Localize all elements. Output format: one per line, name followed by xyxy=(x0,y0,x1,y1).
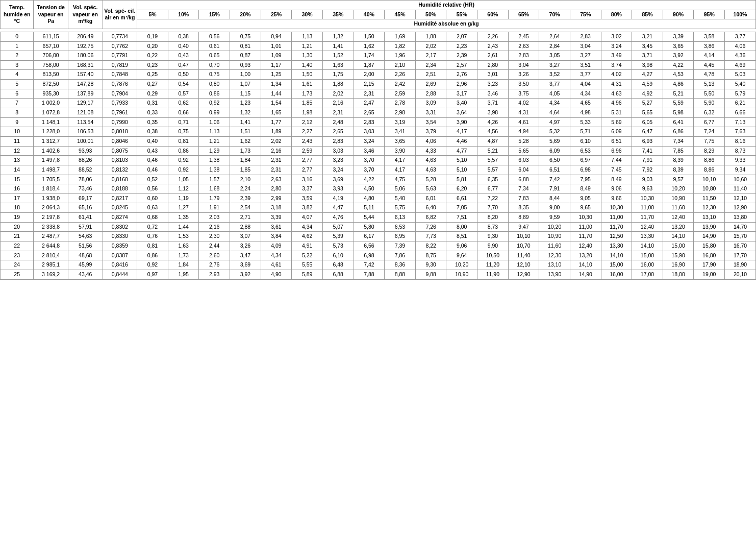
col-header-35pct: 35% xyxy=(322,10,354,19)
cell-val-18: 11,50 xyxy=(694,193,725,203)
table-row: 81 072,8121,080,79610,330,660,991,321,65… xyxy=(1,108,756,118)
cell-val-4: 3,18 xyxy=(261,203,292,213)
col-header-vol-vapeur: Vol. spéc. vapeur en m³/kg xyxy=(68,1,103,29)
cell-val-4: 3,39 xyxy=(261,213,292,223)
cell-val-9: 3,31 xyxy=(415,108,446,118)
cell-val-4: 2,63 xyxy=(261,175,292,184)
cell-val-2: 2,03 xyxy=(199,213,230,223)
cell-val-13: 3,52 xyxy=(539,70,570,80)
cell-val-0: 0,38 xyxy=(137,127,168,137)
cell-val-16: 3,71 xyxy=(632,51,663,61)
cell-val-7: 1,50 xyxy=(354,32,385,41)
cell-val-19: 11,40 xyxy=(725,184,756,194)
cell-val-18: 3,58 xyxy=(694,32,725,41)
cell-val-14: 7,95 xyxy=(570,175,601,184)
table-row: 151 705,578,060,81600,521,051,572,102,63… xyxy=(1,175,756,184)
cell-vol-air: 0,7904 xyxy=(103,89,137,99)
cell-val-18: 13,90 xyxy=(694,222,725,232)
cell-val-19: 4,06 xyxy=(725,41,756,51)
cell-vol-air: 0,8416 xyxy=(103,260,137,270)
cell-val-19: 17,70 xyxy=(725,251,756,260)
cell-val-18: 19,00 xyxy=(694,270,725,279)
cell-val-4: 1,01 xyxy=(261,41,292,51)
cell-val-16: 7,92 xyxy=(632,165,663,175)
cell-val-3: 3,07 xyxy=(230,232,261,241)
cell-val-0: 0,43 xyxy=(137,146,168,156)
cell-val-5: 5,22 xyxy=(292,251,323,260)
cell-val-8: 3,41 xyxy=(385,127,416,137)
cell-val-16: 16,00 xyxy=(632,260,663,270)
col-header-65pct: 65% xyxy=(508,10,539,19)
cell-val-17: 9,57 xyxy=(663,175,694,184)
cell-val-11: 4,26 xyxy=(477,117,509,127)
cell-val-1: 1,12 xyxy=(168,184,199,194)
cell-vol-air: 0,7990 xyxy=(103,117,137,127)
table-row: 222 644,851,560,83590,811,632,443,264,09… xyxy=(1,241,756,251)
cell-val-4: 1,34 xyxy=(261,80,292,89)
table-row: 253 169,243,460,84440,971,952,933,924,90… xyxy=(1,270,756,279)
cell-val-19: 5,40 xyxy=(725,80,756,89)
cell-val-14: 3,04 xyxy=(570,41,601,51)
cell-val-6: 3,24 xyxy=(322,165,354,175)
cell-val-14: 5,71 xyxy=(570,127,601,137)
cell-val-1: 1,95 xyxy=(168,270,199,279)
cell-val-13: 4,64 xyxy=(539,108,570,118)
cell-val-18: 7,24 xyxy=(694,127,725,137)
cell-val-18: 8,29 xyxy=(694,146,725,156)
cell-val-12: 2,83 xyxy=(508,51,539,61)
cell-val-11: 11,90 xyxy=(477,270,509,279)
cell-val-5: 2,12 xyxy=(292,117,323,127)
cell-val-10: 6,20 xyxy=(446,184,477,194)
cell-val-6: 3,93 xyxy=(322,184,354,194)
table-row: 0611,15206,490,77340,190,380,560,750,941… xyxy=(1,32,756,41)
cell-val-19: 12,90 xyxy=(725,203,756,213)
cell-val-5: 3,37 xyxy=(292,184,323,194)
table-row: 5872,50147,280,78760,270,540,801,071,341… xyxy=(1,80,756,89)
cell-val-15: 7,44 xyxy=(601,156,632,165)
cell-val-9: 8,75 xyxy=(415,251,446,260)
cell-val-17: 7,85 xyxy=(663,146,694,156)
cell-val-2: 0,86 xyxy=(199,89,230,99)
cell-val-10: 2,23 xyxy=(446,41,477,51)
cell-val-4: 2,16 xyxy=(261,146,292,156)
cell-val-0: 0,23 xyxy=(137,60,168,70)
cell-val-6: 6,88 xyxy=(322,270,354,279)
col-header-abs: Humidité absolue en g/kg xyxy=(137,19,756,29)
cell-val-4: 3,84 xyxy=(261,232,292,241)
col-header-5pct: 5% xyxy=(137,10,168,19)
cell-val-7: 5,44 xyxy=(354,213,385,223)
cell-val-14: 14,10 xyxy=(570,260,601,270)
cell-val-14: 11,70 xyxy=(570,232,601,241)
cell-temp: 17 xyxy=(1,193,34,203)
cell-val-7: 4,22 xyxy=(354,175,385,184)
cell-val-2: 1,38 xyxy=(199,156,230,165)
cell-val-7: 1,87 xyxy=(354,60,385,70)
cell-tension: 872,50 xyxy=(34,80,68,89)
cell-val-14: 4,04 xyxy=(570,80,601,89)
cell-val-6: 4,47 xyxy=(322,203,354,213)
cell-vol-air: 0,8217 xyxy=(103,193,137,203)
cell-val-8: 1,96 xyxy=(385,51,416,61)
cell-val-13: 2,64 xyxy=(539,32,570,41)
cell-val-12: 11,40 xyxy=(508,251,539,260)
cell-vol-air: 0,8444 xyxy=(103,270,137,279)
cell-val-16: 7,91 xyxy=(632,156,663,165)
cell-val-13: 7,91 xyxy=(539,184,570,194)
cell-val-16: 11,70 xyxy=(632,213,663,223)
cell-val-14: 3,77 xyxy=(570,70,601,80)
cell-vol-vap: 157,40 xyxy=(68,70,103,80)
cell-val-3: 2,71 xyxy=(230,213,261,223)
cell-val-16: 7,41 xyxy=(632,146,663,156)
cell-val-4: 0,94 xyxy=(261,32,292,41)
cell-val-1: 0,50 xyxy=(168,70,199,80)
cell-tension: 3 169,2 xyxy=(34,270,68,279)
table-row: 3758,00168,310,78190,230,470,700,931,171… xyxy=(1,60,756,70)
cell-val-7: 1,62 xyxy=(354,41,385,51)
col-header-25pct: 25% xyxy=(261,10,292,19)
cell-val-9: 2,88 xyxy=(415,89,446,99)
cell-val-2: 2,76 xyxy=(199,260,230,270)
cell-val-18: 6,32 xyxy=(694,108,725,118)
cell-val-12: 4,61 xyxy=(508,117,539,127)
cell-val-11: 3,71 xyxy=(477,99,509,108)
cell-val-3: 2,54 xyxy=(230,203,261,213)
